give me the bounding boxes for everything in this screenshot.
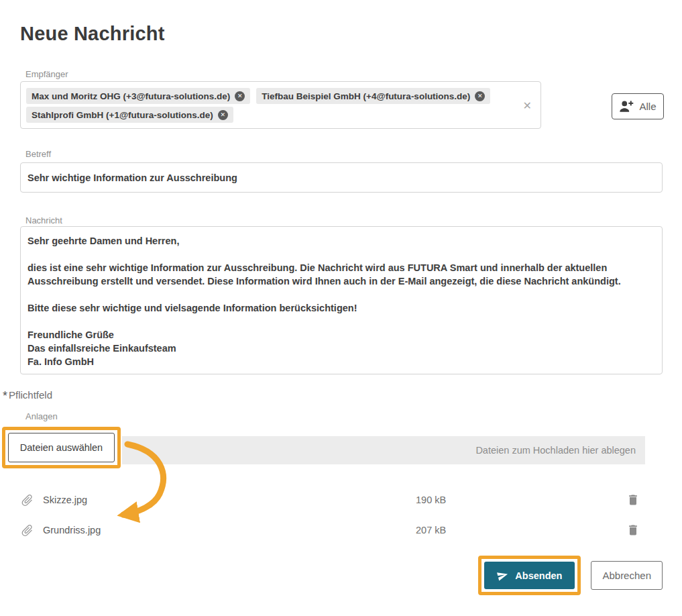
add-all-recipients-label: Alle <box>639 101 656 112</box>
recipient-chip: Tiefbau Beispiel GmbH (+4@futura-solutio… <box>256 88 490 104</box>
subject-input[interactable] <box>20 162 663 193</box>
required-field-note: *Pflichtfeld <box>3 389 52 403</box>
attachments-label: Anlagen <box>25 411 58 421</box>
page-title: Neue Nachricht <box>20 23 165 45</box>
recipient-chip: Stahlprofi GmbH (+1@futura-solutions.de)… <box>26 107 233 123</box>
select-files-button[interactable]: Dateien auswählen <box>8 433 115 462</box>
attachment-name: Grundriss.jpg <box>43 525 416 535</box>
required-text: Pflichtfeld <box>9 389 52 401</box>
person-add-icon <box>619 99 634 114</box>
annotation-highlight-select-files: Dateien auswählen <box>2 427 121 468</box>
subject-label: Betreff <box>25 149 51 159</box>
attachment-row: Skizze.jpg 190 kB <box>20 487 640 513</box>
required-asterisk: * <box>3 389 7 403</box>
annotation-highlight-send: Absenden <box>478 556 581 595</box>
remove-recipient-icon[interactable]: ✕ <box>235 91 245 101</box>
clear-recipients-icon[interactable]: ✕ <box>523 99 532 111</box>
recipient-chip-label: Stahlprofi GmbH (+1@futura-solutions.de) <box>32 110 213 120</box>
paperclip-icon <box>20 493 43 507</box>
remove-recipient-icon[interactable]: ✕ <box>475 91 485 101</box>
message-label: Nachricht <box>25 215 62 225</box>
attachment-name: Skizze.jpg <box>43 495 416 505</box>
send-button[interactable]: Absenden <box>484 562 575 589</box>
message-textarea[interactable]: Sehr geehrte Damen und Herren, dies ist … <box>20 226 663 374</box>
recipient-chip-label: Max und Moritz OHG (+3@futura-solutions.… <box>32 91 230 101</box>
send-icon <box>496 568 510 582</box>
add-all-recipients-button[interactable]: Alle <box>612 93 664 119</box>
recipients-label: Empfänger <box>25 69 68 79</box>
send-button-label: Absenden <box>515 570 562 581</box>
attachment-size: 207 kB <box>416 525 621 535</box>
attachment-row: Grundriss.jpg 207 kB <box>20 517 640 543</box>
recipients-field[interactable]: Max und Moritz OHG (+3@futura-solutions.… <box>20 81 541 129</box>
recipient-chip: Max und Moritz OHG (+3@futura-solutions.… <box>26 88 250 104</box>
attachment-size: 190 kB <box>416 495 621 505</box>
file-dropzone[interactable]: Dateien zum Hochladen hier ablegen <box>122 436 645 464</box>
remove-recipient-icon[interactable]: ✕ <box>218 110 228 120</box>
delete-attachment-icon[interactable] <box>621 493 640 507</box>
paperclip-icon <box>20 523 43 537</box>
dropzone-text: Dateien zum Hochladen hier ablegen <box>475 445 636 456</box>
delete-attachment-icon[interactable] <box>621 523 640 537</box>
form-actions: Absenden Abbrechen <box>478 556 663 595</box>
cancel-button[interactable]: Abbrechen <box>591 561 663 590</box>
recipient-chip-label: Tiefbau Beispiel GmbH (+4@futura-solutio… <box>262 91 470 101</box>
new-message-page: Neue Nachricht Empfänger Max und Moritz … <box>0 0 682 616</box>
